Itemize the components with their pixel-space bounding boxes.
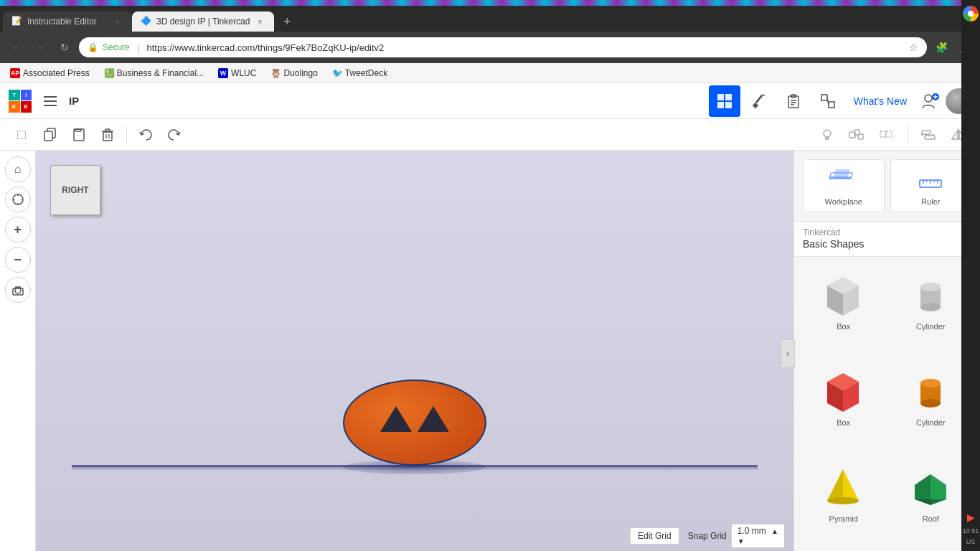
- clipboard-button[interactable]: [778, 85, 809, 117]
- box-red-icon: [820, 367, 867, 414]
- align-button[interactable]: [915, 122, 941, 148]
- svg-point-76: [920, 399, 941, 408]
- logo-cell-t: T: [9, 90, 20, 101]
- transform-button[interactable]: [812, 85, 844, 117]
- edit-separator-1: [126, 126, 127, 143]
- tab-favicon-instructable: 📝: [11, 16, 23, 27]
- add-user-button[interactable]: [917, 88, 943, 114]
- bookmark-label-ap: Associated Press: [23, 68, 90, 78]
- group-button[interactable]: [844, 122, 870, 148]
- svg-marker-83: [915, 499, 930, 505]
- svg-rect-13: [821, 95, 827, 100]
- shape-label-cylinder-orange: Cylinder: [916, 418, 945, 427]
- svg-rect-26: [105, 129, 110, 131]
- fit-view-button[interactable]: [5, 187, 31, 212]
- forward-button[interactable]: →: [30, 37, 50, 57]
- extensions-button[interactable]: 🧩: [931, 37, 951, 57]
- camera-button[interactable]: [5, 277, 31, 303]
- home-button[interactable]: ⌂: [5, 156, 31, 182]
- shape-label-cylinder-grey: Cylinder: [916, 322, 945, 331]
- box-grey-icon: [820, 271, 867, 318]
- logo-cell-k: K: [9, 101, 20, 113]
- svg-point-75: [920, 379, 941, 387]
- svg-marker-84: [930, 499, 946, 505]
- bookmark-star[interactable]: ☆: [909, 42, 918, 53]
- paste-button[interactable]: [66, 122, 92, 148]
- workplane-button[interactable]: Workplane: [803, 159, 885, 212]
- align-icon: [920, 128, 936, 142]
- address-input[interactable]: 🔒 Secure | https://www.tinkercad.com/thi…: [79, 37, 927, 57]
- undo-icon: [138, 128, 153, 142]
- refresh-button[interactable]: ↻: [55, 37, 75, 57]
- tab-label-instructable: Instructable Editor: [27, 17, 108, 27]
- snap-value-input[interactable]: 1.0 mm ▲▼: [731, 524, 785, 548]
- svg-rect-1: [44, 100, 57, 102]
- new-shape-button[interactable]: □: [9, 122, 34, 148]
- delete-button[interactable]: [95, 122, 121, 148]
- svg-marker-77: [827, 469, 843, 501]
- whats-new-button[interactable]: What's New: [847, 91, 914, 111]
- bookmark-financial[interactable]: 💹 Business & Financial...: [100, 67, 208, 80]
- shape-label-pyramid: Pyramid: [829, 514, 858, 523]
- shape-item-pyramid-yellow[interactable]: Pyramid: [800, 455, 887, 551]
- redo-button[interactable]: [161, 122, 187, 148]
- panel-collapse-button[interactable]: ›: [781, 339, 795, 368]
- secure-indicator: 🔒: [88, 42, 98, 52]
- new-tab-button[interactable]: +: [277, 11, 297, 32]
- ungroup-button[interactable]: [875, 122, 900, 148]
- ruler-button[interactable]: Ruler: [890, 159, 972, 212]
- tinkercad-logo[interactable]: T I K E: [9, 90, 32, 113]
- tools-button[interactable]: [743, 85, 775, 117]
- ungroup-icon: [879, 128, 896, 142]
- hammer-icon: [751, 93, 767, 109]
- light-button[interactable]: [814, 122, 840, 148]
- bookmark-wluc[interactable]: W WLUC: [214, 67, 260, 80]
- youtube-icon[interactable]: ▶: [967, 512, 975, 523]
- svg-rect-7: [753, 102, 758, 108]
- tab-close-instructable[interactable]: ×: [112, 16, 123, 27]
- svg-point-42: [13, 194, 23, 204]
- chrome-icon-inner: [968, 11, 974, 17]
- tab-tinkercad[interactable]: 🔷 3D design IP | Tinkercad ×: [132, 11, 274, 32]
- cylinder-grey-icon: [908, 271, 954, 318]
- bookmark-label-financial: Business & Financial...: [117, 68, 204, 78]
- zoom-in-button[interactable]: +: [5, 217, 31, 242]
- main-content: ⌂ + −: [0, 151, 980, 551]
- bookmark-duolingo[interactable]: 🦉 Duolingo: [266, 67, 321, 80]
- svg-point-16: [925, 95, 932, 102]
- viewport[interactable]: RIGHT: [36, 151, 793, 551]
- tab-bar: 📝 Instructable Editor × 🔷 3D design IP |…: [0, 6, 980, 32]
- svg-rect-24: [103, 132, 112, 141]
- shapes-dropdown[interactable]: Tinkercad Basic Shapes: [794, 222, 980, 257]
- zoom-out-button[interactable]: −: [5, 247, 31, 273]
- viewport-grid-button[interactable]: [709, 85, 740, 117]
- tab-label-tinkercad: 3D design IP | Tinkercad: [156, 17, 250, 27]
- undo-button[interactable]: [133, 122, 159, 148]
- svg-rect-5: [717, 102, 724, 108]
- system-bar: ▶ 10 51 US: [961, 0, 980, 551]
- svg-point-29: [824, 130, 831, 137]
- back-button[interactable]: ←: [6, 37, 26, 57]
- pumpkin-eye-left: [380, 406, 412, 432]
- tab-close-tinkercad[interactable]: ×: [254, 16, 265, 27]
- shapes-grid: Box: [794, 257, 980, 551]
- bookmark-ap[interactable]: AP Associated Press: [6, 67, 94, 80]
- shape-item-box-grey[interactable]: Box: [800, 263, 887, 359]
- redo-icon: [167, 128, 182, 142]
- address-url: https://www.tinkercad.com/things/9Fek7Bo…: [146, 42, 905, 53]
- library-category-label: Tinkercad: [803, 227, 864, 237]
- address-bar-row: ← → ↻ 🔒 Secure | https://www.tinkercad.c…: [0, 32, 980, 63]
- svg-line-15: [827, 98, 829, 105]
- shape-item-box-red[interactable]: Box: [800, 359, 887, 455]
- shape-label-roof: Roof: [923, 514, 939, 523]
- bookmark-favicon-ap: AP: [10, 68, 20, 78]
- shape-label-box-red: Box: [837, 418, 850, 427]
- copy-button[interactable]: [37, 122, 63, 148]
- edit-toolbar: □: [0, 119, 980, 151]
- pumpkin-body: [343, 380, 486, 466]
- hamburger-button[interactable]: [37, 88, 63, 114]
- bookmark-tweetdeck[interactable]: 🐦 TweetDeck: [328, 67, 392, 80]
- tab-instructable[interactable]: 📝 Instructable Editor ×: [3, 11, 132, 32]
- edit-grid-button[interactable]: Edit Grid: [630, 527, 679, 545]
- pumpkin-container[interactable]: [343, 380, 486, 474]
